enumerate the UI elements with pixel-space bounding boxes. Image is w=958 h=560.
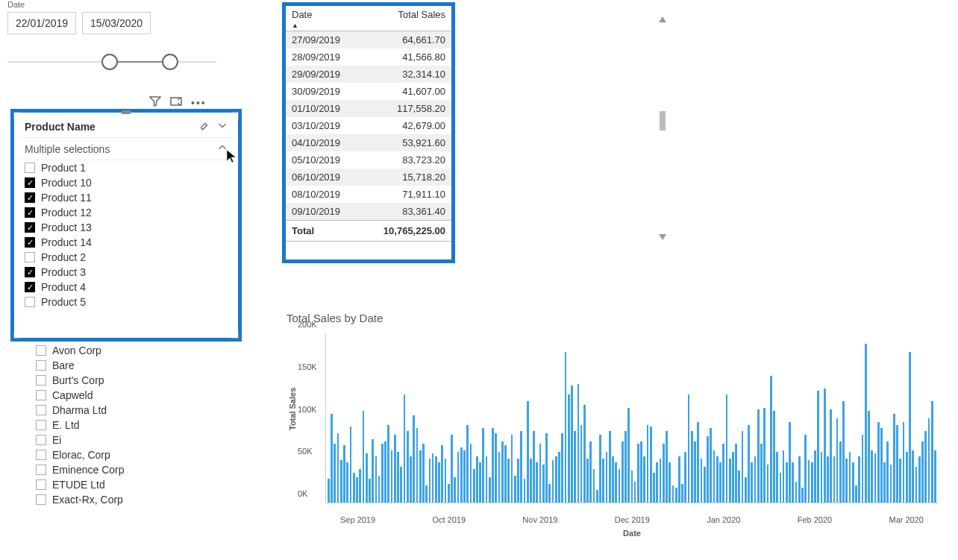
chart-bar[interactable] xyxy=(511,435,513,503)
chart-bar[interactable] xyxy=(539,444,542,503)
chart-bar[interactable] xyxy=(893,414,895,503)
chart-bar[interactable] xyxy=(394,435,396,503)
list-item[interactable]: Ei xyxy=(30,432,224,447)
chart-bar[interactable] xyxy=(874,453,877,503)
chart-bar[interactable] xyxy=(631,471,633,503)
checkbox[interactable]: ✓ xyxy=(25,282,35,292)
chart-bar[interactable] xyxy=(350,427,352,503)
chart-bar[interactable] xyxy=(520,431,522,503)
more-options-icon[interactable]: ••• xyxy=(191,97,207,109)
chart-bar[interactable] xyxy=(343,445,345,503)
list-item[interactable]: Avon Corp xyxy=(30,343,224,358)
scrollbar-track[interactable] xyxy=(660,25,666,231)
chart-bar[interactable] xyxy=(501,441,504,503)
chart-bar[interactable] xyxy=(921,441,924,503)
chart-bar[interactable] xyxy=(369,479,371,503)
chart-bar[interactable] xyxy=(701,459,703,503)
chart-bar[interactable] xyxy=(334,444,336,503)
chart-bar[interactable] xyxy=(476,456,478,503)
chart-bar[interactable] xyxy=(419,450,422,503)
chart-bar[interactable] xyxy=(397,452,399,503)
chart-bar[interactable] xyxy=(627,408,630,503)
checkbox[interactable] xyxy=(25,163,35,173)
chart-bar[interactable] xyxy=(792,462,794,503)
list-item[interactable]: Product 2 xyxy=(19,250,234,265)
chart-bar[interactable] xyxy=(915,467,918,503)
chart-bar[interactable] xyxy=(356,477,358,503)
chart-bar[interactable] xyxy=(918,456,921,503)
chart-bar[interactable] xyxy=(842,401,845,503)
chart-bar[interactable] xyxy=(906,452,908,503)
customer-slicer-list[interactable]: Avon CorpBareBurt's CorpCapweldDharma Lt… xyxy=(30,343,224,507)
chart-bar[interactable] xyxy=(542,465,545,503)
chart-bar[interactable] xyxy=(814,450,816,503)
chart-bar[interactable] xyxy=(359,469,361,503)
chart-bar[interactable] xyxy=(903,422,905,503)
chart-bar[interactable] xyxy=(507,459,510,503)
chart-bar[interactable] xyxy=(615,462,617,503)
chart-bar[interactable] xyxy=(473,469,475,503)
table-row[interactable]: 01/10/2019117,558.20 xyxy=(286,100,451,117)
chart-bar[interactable] xyxy=(713,450,716,503)
chart-bar[interactable] xyxy=(479,462,481,503)
eraser-icon[interactable] xyxy=(199,120,210,133)
chart-bar[interactable] xyxy=(871,450,873,503)
chart-bar[interactable] xyxy=(827,456,829,503)
checkbox[interactable] xyxy=(25,297,35,307)
chart-bar[interactable] xyxy=(328,479,330,503)
chart-bar[interactable] xyxy=(760,444,763,503)
chart-bar[interactable] xyxy=(868,411,870,503)
chart-bar[interactable] xyxy=(460,447,463,503)
chart-bar[interactable] xyxy=(836,418,839,503)
chart-bar[interactable] xyxy=(726,394,728,503)
chart-bar[interactable] xyxy=(555,456,557,503)
list-item[interactable]: ✓Product 12 xyxy=(19,205,234,220)
checkbox[interactable]: ✓ xyxy=(25,267,35,277)
chart-bar[interactable] xyxy=(463,450,466,503)
chart-bar[interactable] xyxy=(776,452,778,503)
chart-plot-area[interactable]: 0K50K100K150K200K xyxy=(325,333,939,503)
chart-bar[interactable] xyxy=(619,469,621,503)
table-row[interactable]: 09/10/201983,361.40 xyxy=(286,203,451,221)
chart-bar[interactable] xyxy=(732,452,734,503)
chart-bar[interactable] xyxy=(498,452,501,503)
chart-bar[interactable] xyxy=(786,462,788,503)
chart-bar[interactable] xyxy=(384,441,386,503)
chart-bar[interactable] xyxy=(688,394,690,503)
list-item[interactable]: ✓Product 10 xyxy=(19,175,234,190)
list-item[interactable]: Product 1 xyxy=(19,160,234,175)
chart-bar[interactable] xyxy=(337,433,339,503)
chevron-down-icon[interactable] xyxy=(217,120,228,133)
chart-bar[interactable] xyxy=(609,431,611,503)
list-item[interactable]: ✓Product 14 xyxy=(19,235,234,250)
chart-bar[interactable] xyxy=(438,462,440,503)
chart-bar[interactable] xyxy=(381,444,383,503)
chart-bar[interactable] xyxy=(331,414,333,503)
chart-bar[interactable] xyxy=(697,422,699,503)
chart-bar[interactable] xyxy=(574,431,576,503)
filter-icon[interactable] xyxy=(149,95,161,110)
list-item[interactable]: Dharma Ltd xyxy=(30,403,224,418)
chart-bar[interactable] xyxy=(372,439,374,503)
date-range-slider[interactable] xyxy=(7,51,216,73)
date-to-input[interactable]: 15/03/2020 xyxy=(82,12,151,34)
chart-bar[interactable] xyxy=(833,456,836,503)
chart-bar[interactable] xyxy=(407,431,409,503)
chart-bar[interactable] xyxy=(877,422,880,503)
list-item[interactable]: ETUDE Ltd xyxy=(30,477,224,492)
checkbox[interactable]: ✓ xyxy=(25,237,35,248)
chart-bar[interactable] xyxy=(416,428,419,503)
list-item[interactable]: Eminence Corp xyxy=(30,462,224,477)
list-item[interactable]: ✓Product 4 xyxy=(19,280,234,295)
table-row[interactable]: 04/10/201953,921.60 xyxy=(286,134,451,151)
chart-bar[interactable] xyxy=(735,444,737,503)
chart-bar[interactable] xyxy=(811,462,813,503)
chart-bar[interactable] xyxy=(660,459,662,503)
checkbox[interactable] xyxy=(36,435,46,445)
chart-bar[interactable] xyxy=(909,352,911,503)
list-item[interactable]: Exact-Rx, Corp xyxy=(30,492,224,507)
chart-bar[interactable] xyxy=(899,459,901,503)
chart-bar[interactable] xyxy=(425,485,428,503)
chart-bar[interactable] xyxy=(366,453,368,503)
chart-bar[interactable] xyxy=(804,435,807,503)
